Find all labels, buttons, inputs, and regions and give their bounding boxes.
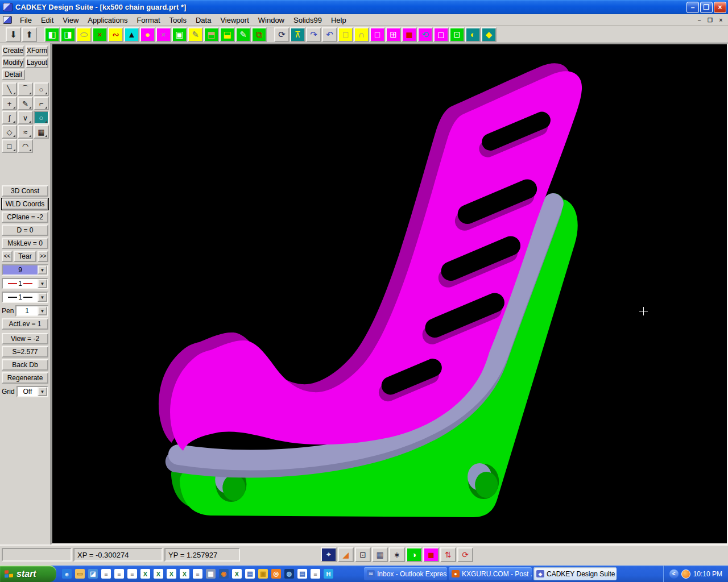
tool-grid-button[interactable]: □	[2, 139, 17, 153]
menu-item[interactable]: Data	[191, 15, 216, 26]
depth-button[interactable]: D = 0	[2, 225, 48, 236]
toolbar-icon[interactable]: ⬓	[220, 27, 235, 42]
toolbar-icon[interactable]: ⬒	[204, 27, 219, 42]
tab-create[interactable]: Create	[2, 45, 24, 56]
status-toolbar-icon[interactable]: ⟳	[457, 547, 473, 562]
menu-item[interactable]: Window	[254, 15, 289, 26]
backdb-button[interactable]: Back Db	[2, 359, 48, 371]
toolbar-icon[interactable]: ⟳	[274, 27, 289, 42]
tab-modify[interactable]: Modify	[2, 57, 24, 68]
close-button[interactable]: ×	[714, 2, 726, 13]
toolbar-icon[interactable]: ✎	[188, 27, 203, 42]
chevron-down-icon[interactable]: ▼	[38, 265, 47, 275]
status-toolbar-icon[interactable]: ∗	[389, 547, 405, 562]
toolbar-icon[interactable]: ⊞	[386, 27, 401, 42]
cplane-button[interactable]: CPlane = -2	[2, 211, 48, 223]
tab-xform[interactable]: XForm	[26, 45, 48, 56]
tab-detail[interactable]: Detail	[2, 69, 25, 80]
regenerate-button[interactable]: Regenerate	[2, 372, 48, 384]
quicklaunch-icon[interactable]: e	[62, 569, 72, 579]
tool-grid-button[interactable]: ∨	[18, 111, 33, 124]
quicklaunch-icon[interactable]: ▤	[245, 569, 255, 579]
toolbar-icon[interactable]: ×	[156, 27, 171, 42]
task-button[interactable]: ● KXGURU.COM - Post ...	[449, 567, 532, 580]
toolbar-icon[interactable]: ▲	[124, 27, 139, 42]
chevron-down-icon[interactable]: ▼	[38, 387, 47, 396]
tray-chevron-icon[interactable]: <	[669, 569, 679, 579]
quicklaunch-icon[interactable]: ▦	[206, 569, 216, 579]
toolbar-icon[interactable]: ✎	[235, 27, 251, 42]
tear-right-button[interactable]: >>	[38, 251, 48, 262]
masklevel-button[interactable]: MskLev = 0	[2, 238, 48, 249]
linestyle-combo[interactable]: 1 ▼	[2, 278, 48, 289]
linestyle-combo[interactable]: 1 ▼	[2, 292, 48, 303]
status-toolbar-icon[interactable]: ⇅	[440, 547, 456, 562]
toolbar-icon[interactable]: ●	[140, 27, 155, 42]
quicklaunch-icon[interactable]: ▣	[258, 569, 268, 579]
menu-item[interactable]: File	[15, 15, 36, 26]
toolbar-icon[interactable]: □	[370, 27, 385, 42]
status-toolbar-icon[interactable]: ▦	[372, 547, 388, 562]
quicklaunch-icon[interactable]: ▤	[297, 569, 307, 579]
tool-grid-button[interactable]: ⌒	[18, 82, 33, 96]
tool-grid-button[interactable]: ✎	[18, 97, 33, 110]
status-toolbar-icon[interactable]: ⌖	[321, 547, 337, 562]
quicklaunch-icon[interactable]: X	[232, 569, 242, 579]
chevron-down-icon[interactable]: ▼	[38, 279, 47, 288]
toolbar-icon[interactable]: ◐	[465, 27, 481, 42]
menu-item[interactable]: Viewport	[216, 15, 253, 26]
status-toolbar-icon[interactable]: ◢	[338, 547, 354, 562]
status-toolbar-icon[interactable]: ◼	[423, 547, 439, 562]
quicklaunch-icon[interactable]: X	[154, 569, 163, 579]
menu-item[interactable]: Format	[132, 15, 164, 26]
tool-grid-button[interactable]: ○	[34, 111, 49, 124]
toolbar-icon[interactable]: ⬭	[76, 27, 92, 42]
tool-grid-button[interactable]: ◠	[18, 139, 33, 153]
quicklaunch-icon[interactable]: ◎	[271, 569, 281, 579]
toolbar-icon[interactable]: ◨	[60, 27, 76, 42]
tool-grid-button[interactable]: ◇	[2, 125, 17, 139]
menu-item[interactable]: Tools	[165, 15, 191, 26]
tool-grid-button[interactable]: ▦	[34, 125, 49, 139]
mdi-restore-button[interactable]: ❐	[705, 16, 715, 24]
menu-item[interactable]: View	[58, 15, 83, 26]
toolbar-icon[interactable]: ⟲	[417, 27, 433, 42]
toolbar-icon[interactable]: ◆	[481, 27, 497, 42]
quicklaunch-icon[interactable]: ≡	[311, 569, 320, 579]
pen-combo[interactable]: 1 ▼	[15, 305, 48, 317]
viewport-canvas[interactable]	[51, 43, 728, 544]
scale-button[interactable]: S=2.577	[2, 346, 48, 357]
toolbar-icon[interactable]: ⊡	[449, 27, 465, 42]
start-button[interactable]: start	[0, 566, 56, 582]
quicklaunch-icon[interactable]: H	[324, 569, 333, 579]
active-level-button[interactable]: ActLev = 1	[2, 318, 48, 330]
quicklaunch-icon[interactable]: ≡	[127, 569, 137, 579]
status-toolbar-icon[interactable]: ⊡	[355, 547, 371, 562]
task-button[interactable]: ✉ Inbox - Outlook Express	[364, 567, 447, 580]
tear-button[interactable]: Tear	[14, 251, 36, 262]
color-combo[interactable]: 9 ▼	[2, 264, 48, 276]
menu-item[interactable]: Edit	[36, 15, 58, 26]
quicklaunch-icon[interactable]: ◪	[88, 569, 98, 579]
toolbar-icon[interactable]: ◧	[44, 27, 60, 42]
quicklaunch-icon[interactable]: X	[180, 569, 189, 579]
tool-grid-button[interactable]: ≈	[18, 125, 33, 139]
toolbar-icon[interactable]: ∾	[108, 27, 123, 42]
quicklaunch-icon[interactable]: ▭	[75, 569, 85, 579]
toolbar-icon[interactable]: ◼	[402, 27, 417, 42]
quicklaunch-icon[interactable]: ≡	[193, 569, 202, 579]
menu-item[interactable]: Help	[326, 15, 351, 26]
toolbar-icon[interactable]: ▣	[172, 27, 187, 42]
quicklaunch-icon[interactable]: ◉	[219, 569, 229, 579]
restore-button[interactable]: ❐	[700, 2, 713, 13]
tool-grid-button[interactable]: ╲	[2, 82, 17, 96]
quicklaunch-icon[interactable]: X	[167, 569, 176, 579]
tool-grid-button[interactable]: ʃ	[2, 111, 17, 124]
toolbar-icon[interactable]: ∩	[354, 27, 369, 42]
chevron-down-icon[interactable]: ▼	[38, 306, 47, 315]
quicklaunch-icon[interactable]: ≡	[101, 569, 111, 579]
toolbar-icon[interactable]: ↶	[322, 27, 337, 42]
quicklaunch-icon[interactable]: ◍	[284, 569, 294, 579]
minimize-button[interactable]: –	[686, 2, 699, 13]
tab-layout[interactable]: Layout	[26, 57, 48, 68]
